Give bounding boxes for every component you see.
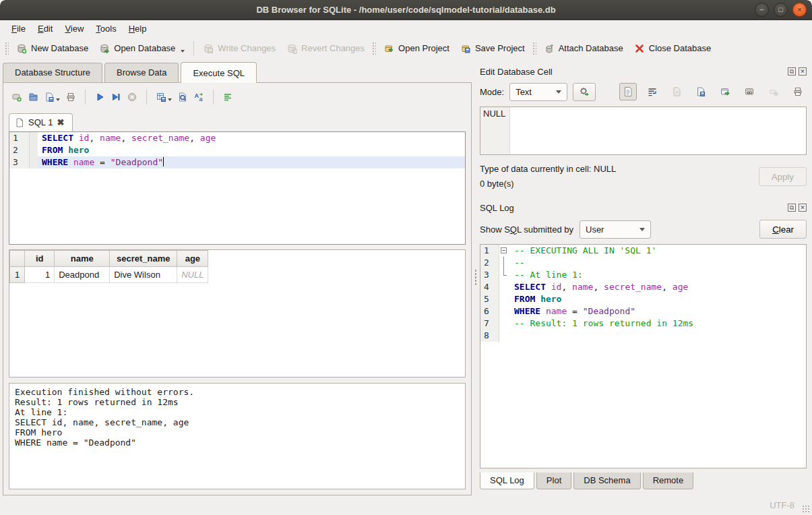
- fold-margin[interactable]: [30, 156, 38, 169]
- print-cell-button[interactable]: [789, 83, 807, 100]
- pane-splitter[interactable]: [472, 59, 480, 495]
- mode-select[interactable]: Text: [509, 83, 567, 101]
- tab-database-structure[interactable]: Database Structure: [3, 63, 102, 82]
- resize-grip-icon[interactable]: [802, 505, 810, 513]
- save-project-button[interactable]: Save Project: [455, 40, 530, 57]
- results-header-name[interactable]: name: [55, 251, 110, 267]
- results-header-age[interactable]: age: [177, 251, 208, 267]
- toolbar-grip[interactable]: [532, 42, 536, 55]
- fold-margin[interactable]: [499, 269, 510, 281]
- close-button[interactable]: ×: [792, 3, 807, 17]
- save-results-button[interactable]: [156, 92, 172, 102]
- sql-editor-tabbar: SQL 1 ✖: [9, 111, 466, 131]
- format-sql-button[interactable]: [222, 92, 233, 102]
- float-panel-icon[interactable]: ⧉: [788, 204, 796, 212]
- open-project-button[interactable]: Open Project: [378, 40, 455, 57]
- toolbar-grip[interactable]: [5, 42, 9, 55]
- main-toolbar: New Database Open Database Write Changes…: [0, 37, 812, 59]
- fold-margin[interactable]: [499, 257, 510, 269]
- export-cell-button[interactable]: [716, 83, 734, 100]
- save-sql-dropdown-icon[interactable]: [56, 98, 60, 101]
- fold-margin[interactable]: [30, 144, 38, 156]
- close-panel-icon[interactable]: ✕: [799, 204, 807, 212]
- results-header-secret-name[interactable]: secret_name: [110, 251, 177, 267]
- row-number[interactable]: 1: [10, 267, 25, 283]
- cell-value-editor[interactable]: NULL: [480, 107, 807, 155]
- close-panel-icon[interactable]: ✕: [799, 67, 807, 75]
- apply-button[interactable]: Apply: [759, 167, 807, 186]
- results-corner-header[interactable]: [10, 251, 25, 267]
- toolbar-grip[interactable]: [372, 42, 376, 55]
- find-button[interactable]: [177, 92, 188, 102]
- titlebar[interactable]: DB Browser for SQLite - /home/user/code/…: [0, 0, 812, 20]
- line-number: 1: [9, 132, 30, 144]
- sql-log-view[interactable]: 1−-- EXECUTING ALL IN 'SQL 1'2--3-- At l…: [480, 244, 807, 468]
- menu-file[interactable]: File: [5, 22, 32, 36]
- replace-button[interactable]: Aa: [193, 92, 204, 102]
- fold-margin[interactable]: [499, 317, 510, 330]
- menu-view[interactable]: View: [59, 22, 90, 36]
- print-sql-button[interactable]: [65, 92, 76, 102]
- close-database-button[interactable]: Close Database: [629, 40, 717, 57]
- open-sql-file-button[interactable]: [28, 92, 38, 102]
- new-sql-tab-button[interactable]: [11, 92, 22, 102]
- tab-db-schema[interactable]: DB Schema: [573, 473, 640, 489]
- fold-margin[interactable]: [30, 132, 38, 144]
- link-cell-button[interactable]: [741, 83, 758, 100]
- execute-all-button[interactable]: [94, 92, 105, 102]
- fold-end: [503, 269, 507, 276]
- save-sql-file-button[interactable]: [44, 92, 60, 102]
- bottom-dock-tabbar: SQL Log Plot DB Schema Remote: [480, 473, 807, 491]
- execution-output[interactable]: Execution finished without errors. Resul…: [9, 383, 466, 489]
- output-line: WHERE name = "Deadpond": [15, 437, 460, 448]
- import-cell-button[interactable]: [668, 83, 685, 100]
- menu-help[interactable]: Help: [123, 22, 153, 36]
- save-cell-button[interactable]: [692, 83, 710, 100]
- minimize-button[interactable]: −: [755, 3, 769, 17]
- menu-edit[interactable]: Edit: [32, 22, 59, 36]
- tab-sql-log[interactable]: SQL Log: [480, 473, 534, 489]
- clear-log-button[interactable]: Clear: [759, 220, 807, 239]
- results-header-id[interactable]: id: [25, 251, 55, 267]
- attach-database-button[interactable]: Attach Database: [538, 40, 629, 57]
- float-panel-icon[interactable]: ⧉: [788, 67, 796, 75]
- cell-id[interactable]: 1: [25, 267, 55, 283]
- cell-editor-text[interactable]: [510, 107, 806, 154]
- cell-name[interactable]: Deadpond: [55, 267, 110, 283]
- text-mode-button[interactable]: [619, 83, 637, 100]
- tab-remote[interactable]: Remote: [643, 473, 694, 489]
- cell-age[interactable]: NULL: [177, 267, 208, 283]
- sql-tab-label: SQL 1: [28, 117, 53, 127]
- fold-margin[interactable]: [499, 281, 510, 293]
- fold-margin[interactable]: [499, 330, 510, 342]
- open-database-label: Open Database: [114, 43, 175, 53]
- code-text: SELECT id, name, secret_name, age: [510, 281, 806, 293]
- fold-margin[interactable]: [499, 305, 510, 317]
- sql-tab-close-icon[interactable]: ✖: [57, 117, 64, 127]
- auto-apply-button[interactable]: [573, 83, 596, 101]
- sql-editor[interactable]: 1SELECT id, name, secret_name, age2FROM …: [9, 131, 466, 245]
- set-null-button[interactable]: [765, 83, 782, 100]
- cell-secret-name[interactable]: Dive Wilson: [110, 267, 177, 283]
- execute-line-button[interactable]: [111, 92, 121, 102]
- filter-label: Show SQL submitted by: [480, 224, 573, 235]
- code-text: WHERE name = "Deadpond": [510, 305, 806, 317]
- fold-margin[interactable]: [499, 293, 510, 305]
- menu-tools[interactable]: Tools: [90, 22, 122, 36]
- word-wrap-button[interactable]: [644, 83, 661, 100]
- open-database-dropdown-icon[interactable]: [181, 50, 185, 53]
- sql-editor-tab[interactable]: SQL 1 ✖: [9, 113, 73, 131]
- stop-button[interactable]: [127, 92, 137, 102]
- tab-plot[interactable]: Plot: [536, 473, 571, 489]
- write-changes-button[interactable]: Write Changes: [197, 40, 281, 57]
- revert-changes-button[interactable]: Revert Changes: [281, 40, 370, 57]
- save-results-dropdown-icon[interactable]: [168, 98, 172, 101]
- maximize-button[interactable]: □: [774, 3, 788, 17]
- open-database-button[interactable]: Open Database: [94, 40, 190, 57]
- fold-margin[interactable]: −: [499, 245, 510, 257]
- tab-execute-sql[interactable]: Execute SQL: [181, 62, 257, 83]
- fold-collapse-icon[interactable]: −: [501, 247, 507, 253]
- submitted-by-select[interactable]: User: [580, 220, 651, 239]
- tab-browse-data[interactable]: Browse Data: [104, 63, 179, 82]
- new-database-button[interactable]: New Database: [11, 40, 94, 57]
